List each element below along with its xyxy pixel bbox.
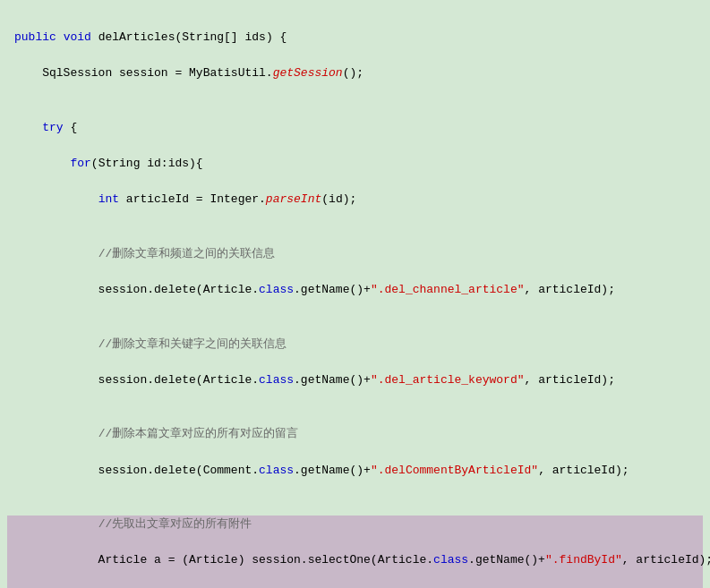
line-4: try { [14,119,696,137]
line-18: Article a = (Article) session.selectOne(… [14,551,696,569]
line-17: //先取出文章对应的所有附件 [14,516,696,533]
line-8: //删除文章和频道之间的关联信息 [14,245,696,263]
code-editor: public void delArticles(String[] ids) { … [7,7,703,588]
line-12: session.delete(Article.class.getName()+"… [14,371,696,389]
line-14: //删除本篇文章对应的所有对应的留言 [14,425,696,443]
line-11: //删除文章和关键字之间的关联信息 [14,336,696,354]
line-5: for(String id:ids){ [14,155,696,173]
line-2: SqlSession session = MyBatisUtil.getSess… [14,64,696,82]
highlight-block: //先取出文章对应的所有附件 Article a = (Article) ses… [7,516,703,588]
line-6: int articleId = Integer.parseInt(id); [14,191,696,209]
line-15: session.delete(Comment.class.getName()+"… [14,462,696,480]
line-9: session.delete(Article.class.getName()+"… [14,281,696,299]
line-1: public void delArticles(String[] ids) { [14,29,696,47]
